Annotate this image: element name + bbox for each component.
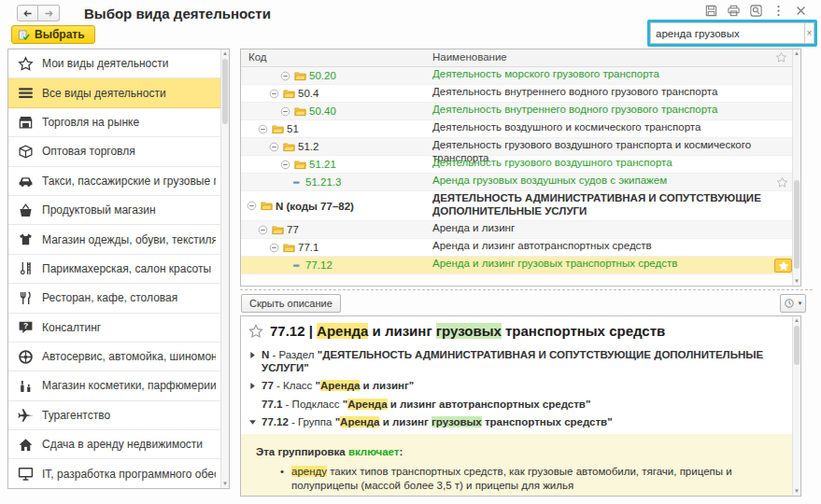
sidebar-item[interactable]: Мои виды деятельности bbox=[8, 49, 229, 78]
description-scrollbar[interactable]: ▲ ▼ bbox=[792, 316, 800, 496]
sidebar-item[interactable]: ?Консалтинг bbox=[8, 314, 229, 343]
menu-icon bbox=[18, 85, 34, 101]
forward-button[interactable] bbox=[38, 5, 60, 21]
row-name: Аренда и лизинг bbox=[432, 221, 772, 234]
collapse-icon[interactable] bbox=[257, 123, 269, 135]
sidebar-item[interactable]: Все виды деятельности bbox=[8, 78, 229, 107]
sidebar-item[interactable]: Парикмахерская, салон красоты bbox=[8, 255, 229, 284]
table-row[interactable]: 77.12Аренда и лизинг грузовых транспортн… bbox=[241, 257, 800, 274]
hierarchy-line-text: 77 - Класс "Аренда и лизинг" bbox=[262, 379, 414, 392]
folder-icon bbox=[272, 123, 284, 135]
collapse-icon[interactable] bbox=[279, 159, 291, 171]
select-check-icon bbox=[18, 29, 30, 41]
collapse-icon[interactable] bbox=[246, 200, 258, 212]
sidebar-item[interactable]: Турагентство bbox=[8, 401, 229, 430]
search-input[interactable] bbox=[650, 22, 804, 44]
expand-arrow-icon[interactable] bbox=[248, 379, 262, 390]
leaf-icon bbox=[290, 176, 303, 189]
folder-icon bbox=[283, 242, 295, 254]
sidebar-item-label: Магазин одежды, обуви, текстиля bbox=[42, 233, 216, 246]
sidebar-item[interactable]: Торговля на рынке bbox=[8, 108, 229, 137]
hierarchy-line[interactable]: 77 - Класс "Аренда и лизинг" bbox=[241, 379, 792, 392]
sidebar-item[interactable]: Магазин косметики, парфюмерии bbox=[8, 371, 229, 400]
folder-icon bbox=[294, 159, 306, 171]
cosmetics-icon bbox=[18, 378, 34, 394]
scroll-up-icon[interactable]: ▲ bbox=[221, 49, 229, 58]
activities-table: Код Наименование 50.20Деятельность морск… bbox=[240, 49, 801, 287]
row-name: Аренда грузовых воздушных судов с экипаж… bbox=[432, 174, 772, 187]
scroll-down-icon[interactable]: ▼ bbox=[793, 487, 800, 496]
scroll-down-icon[interactable]: ▼ bbox=[793, 277, 800, 286]
row-code: 51 bbox=[287, 123, 299, 134]
sidebar-item[interactable]: Сдача в аренду недвижимости bbox=[8, 430, 229, 459]
folder-icon bbox=[261, 200, 273, 212]
table-row[interactable]: 50.4Деятельность внутреннего водного гру… bbox=[241, 85, 800, 103]
table-row[interactable]: 50.40Деятельность внутреннего водного гр… bbox=[241, 103, 800, 120]
table-row[interactable]: 51.21.3Аренда грузовых воздушных судов с… bbox=[241, 174, 800, 191]
table-scrollbar[interactable]: ▲ ▼ bbox=[792, 49, 800, 286]
table-header: Код Наименование bbox=[241, 49, 800, 67]
beauty-icon bbox=[18, 260, 34, 276]
collapse-icon[interactable] bbox=[268, 141, 280, 153]
find-icon[interactable] bbox=[749, 4, 763, 18]
table-row[interactable]: 77Аренда и лизинг bbox=[241, 221, 800, 239]
includes-section: Эта группировка включает:•аренду таких т… bbox=[241, 434, 792, 496]
clothes-icon bbox=[18, 231, 34, 247]
search-clear-button[interactable]: × bbox=[804, 22, 814, 44]
sidebar-item[interactable]: Оптовая торговля bbox=[8, 137, 229, 166]
sidebar-item[interactable]: IT, разработка программного обеспечения bbox=[8, 459, 229, 488]
collapse-icon[interactable] bbox=[279, 105, 291, 118]
column-header-code[interactable]: Код bbox=[248, 51, 267, 63]
description-title: 77.12 | Аренда и лизинг грузовых транспо… bbox=[270, 323, 665, 339]
sidebar-item[interactable]: Магазин одежды, обуви, текстиля bbox=[8, 225, 229, 254]
sidebar-item[interactable]: Продуктовый магазин bbox=[8, 196, 229, 225]
collapse-icon[interactable] bbox=[268, 88, 280, 100]
table-row[interactable]: 77.1Аренда и лизинг автотранспортных сре… bbox=[241, 239, 800, 257]
house-icon bbox=[18, 437, 34, 453]
kebab-icon[interactable] bbox=[771, 4, 786, 18]
column-header-name[interactable]: Наименование bbox=[432, 51, 507, 63]
sidebar-item-label: Автосервис, автомойка, шиномонтаж bbox=[42, 350, 216, 363]
close-icon[interactable] bbox=[794, 4, 808, 18]
section-separator bbox=[240, 289, 813, 290]
select-button[interactable]: Выбрать bbox=[11, 25, 95, 44]
hierarchy-line[interactable]: 77.12 - Группа "Аренда и лизинг грузовых… bbox=[241, 415, 792, 428]
sidebar-item[interactable]: Автосервис, автомойка, шиномонтаж bbox=[8, 343, 229, 371]
scroll-down-icon[interactable]: ▼ bbox=[221, 480, 229, 488]
search-box: × bbox=[647, 20, 817, 47]
print-icon[interactable] bbox=[727, 4, 741, 18]
history-button[interactable]: ▼ bbox=[780, 294, 806, 313]
hierarchy-line[interactable]: N - Раздел "ДЕЯТЕЛЬНОСТЬ АДМИНИСТРАТИВНА… bbox=[241, 348, 792, 374]
table-row[interactable]: 50.20Деятельность морского грузового тра… bbox=[241, 67, 800, 85]
table-row[interactable]: 51.21Деятельность грузового воздушного т… bbox=[241, 156, 800, 174]
scroll-up-icon[interactable]: ▲ bbox=[793, 316, 800, 325]
favorite-star-icon[interactable] bbox=[248, 324, 263, 339]
row-name: ДЕЯТЕЛЬНОСТЬ АДМИНИСТРАТИВНАЯ И СОПУТСТВ… bbox=[432, 191, 772, 217]
scroll-up-icon[interactable]: ▲ bbox=[793, 49, 800, 58]
back-button[interactable] bbox=[17, 5, 38, 21]
sidebar-item[interactable]: Такси, пассажирские и грузовые перевозки bbox=[8, 167, 229, 196]
row-star-icon[interactable] bbox=[776, 176, 788, 189]
expand-arrow-icon[interactable] bbox=[248, 415, 262, 427]
save-icon[interactable] bbox=[704, 4, 718, 18]
hide-description-button[interactable]: Скрыть описание bbox=[241, 294, 341, 313]
table-row[interactable]: N (коды 77–82)ДЕЯТЕЛЬНОСТЬ АДМИНИСТРАТИВ… bbox=[241, 191, 800, 221]
topbar: Выбор вида деятельности Выбрать × bbox=[0, 0, 821, 49]
consulting-icon: ? bbox=[18, 319, 34, 335]
sidebar-scrollbar[interactable]: ▲ ▼ bbox=[220, 49, 229, 488]
hierarchy-line[interactable]: 77.1 - Подкласс "Аренда и лизинг автотра… bbox=[241, 398, 792, 411]
sidebar-item-label: Турагентство bbox=[42, 409, 110, 422]
row-name: Аренда и лизинг грузовых транспортных ср… bbox=[432, 257, 772, 270]
folder-icon bbox=[294, 70, 306, 82]
row-code: 51.21 bbox=[309, 159, 336, 170]
sidebar-item[interactable]: Ресторан, кафе, столовая bbox=[8, 284, 229, 313]
expand-arrow-icon[interactable] bbox=[248, 348, 262, 359]
collapse-icon[interactable] bbox=[268, 242, 280, 254]
collapse-icon[interactable] bbox=[279, 70, 291, 82]
header-star-icon[interactable] bbox=[775, 51, 787, 63]
table-row[interactable]: 51Деятельность воздушного и космического… bbox=[241, 120, 800, 138]
table-row[interactable]: 51.2Деятельность грузового воздушного тр… bbox=[241, 138, 800, 156]
sidebar-item-label: Мои виды деятельности bbox=[42, 57, 168, 70]
collapse-icon[interactable] bbox=[257, 224, 269, 236]
row-star-active-icon[interactable] bbox=[774, 259, 792, 273]
